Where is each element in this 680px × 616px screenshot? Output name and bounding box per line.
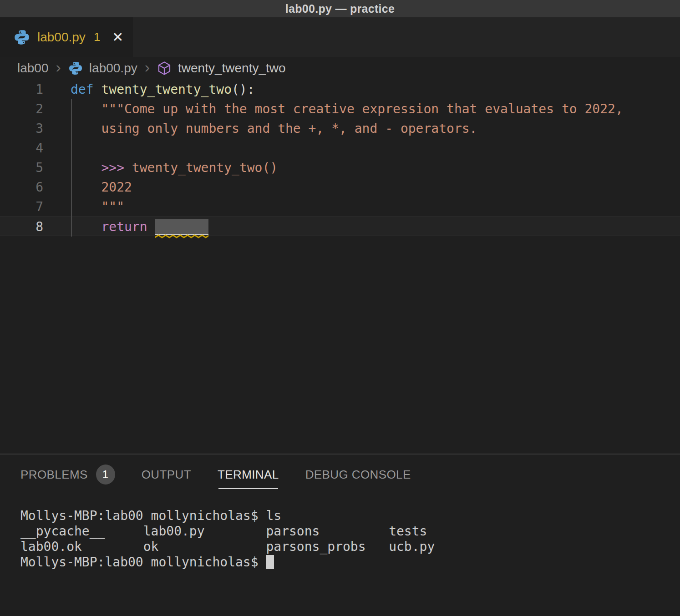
code-editor[interactable]: 1def twenty_twenty_two():2 """Come up wi… [0,80,680,454]
terminal-line: __pycache__ lab00.py parsons tests [20,524,680,539]
panel-tab-debug-console[interactable]: DEBUG CONSOLE [305,468,411,482]
code-token [71,160,101,175]
code-token: using only numbers and the +, *, and - o… [101,121,477,136]
panel-tab-label: DEBUG CONSOLE [305,468,411,482]
code-text [43,138,71,158]
code-token: return [101,219,147,234]
code-line-2[interactable]: 2 """Come up with the most creative expr… [0,99,680,119]
code-text: return [43,217,208,236]
panel-tab-label: TERMINAL [218,468,279,482]
code-line-8[interactable]: 8 return [0,217,680,236]
terminal-text: Mollys-MBP:lab00 mollynicholas$ [20,555,266,570]
code-token: """ [101,199,124,214]
line-number: 2 [0,99,43,119]
code-token [71,219,101,234]
active-tab-underline [218,488,278,489]
terminal-text: Mollys-MBP:lab00 mollynicholas$ ls [20,508,281,523]
selected-text-warning [155,219,208,235]
code-line-6[interactable]: 6 2022 [0,177,680,197]
indent-guide [71,99,72,237]
breadcrumb-file[interactable]: lab00.py [89,61,137,76]
tab-label: lab00.py [37,30,86,45]
code-line-5[interactable]: 5 >>> twenty_twenty_two() [0,158,680,177]
breadcrumb-folder[interactable]: lab00 [17,61,49,76]
code-line-7[interactable]: 7 """ [0,197,680,217]
code-token [71,199,101,214]
panel-tab-problems[interactable]: PROBLEMS 1 [20,465,115,485]
tab-problem-count: 1 [94,30,100,44]
breadcrumb-symbol[interactable]: twenty_twenty_two [178,61,286,76]
terminal-text: __pycache__ lab00.py parsons tests [20,524,427,539]
code-token [71,121,101,136]
tab-lab00py[interactable]: lab00.py 1 ✕ [0,17,133,57]
chevron-right-icon: › [144,59,151,77]
code-token: 2022 [101,180,132,195]
panel-tab-label: OUTPUT [142,468,191,482]
line-number: 1 [0,80,43,99]
code-text: 2022 [43,177,132,197]
terminal-line: lab00.ok ok parsons_probs ucb.py [20,539,680,555]
close-tab-icon[interactable]: ✕ [112,30,123,44]
chevron-right-icon: › [55,59,62,77]
bottom-panel: PROBLEMS 1 OUTPUT TERMINAL DEBUG CONSOLE… [0,454,680,616]
code-token: twenty_twenty_two() [124,160,278,175]
code-text: >>> twenty_twenty_two() [43,158,278,177]
terminal[interactable]: Mollys-MBP:lab00 mollynicholas$ ls__pyca… [0,495,680,570]
code-token: (): [232,82,255,97]
line-number: 6 [0,177,43,197]
line-number: 5 [0,158,43,177]
code-token [147,219,155,234]
vscode-window: lab00.py — practice lab00.py 1 ✕ lab00 › [0,0,680,616]
line-number: 3 [0,119,43,138]
code-text: """ [43,197,124,217]
panel-tab-output[interactable]: OUTPUT [142,468,191,482]
code-text: using only numbers and the +, *, and - o… [43,119,477,138]
symbol-method-icon [157,61,172,76]
terminal-line: Mollys-MBP:lab00 mollynicholas$ ls [20,508,680,524]
code-token: >>> [101,160,124,175]
python-icon [14,29,30,45]
terminal-line: Mollys-MBP:lab00 mollynicholas$ [20,555,680,570]
code-token [71,180,101,195]
line-number: 8 [0,217,43,236]
line-number: 7 [0,197,43,217]
terminal-text: lab00.ok ok parsons_probs ucb.py [20,539,435,554]
code-line-1[interactable]: 1def twenty_twenty_two(): [0,80,680,99]
tab-bar: lab00.py 1 ✕ [0,17,680,57]
panel-tab-label: PROBLEMS [20,468,88,482]
python-icon [68,61,83,76]
code-text: """Come up with the most creative expres… [43,99,623,119]
warning-squiggle-icon [155,234,208,238]
code-line-3[interactable]: 3 using only numbers and the +, *, and -… [0,119,680,138]
titlebar: lab00.py — practice [0,0,680,17]
problems-count-badge: 1 [96,465,115,485]
code-token: twenty_twenty_two [101,82,232,97]
window-title: lab00.py — practice [285,2,395,15]
code-line-4[interactable]: 4 [0,138,680,158]
terminal-cursor [266,555,274,569]
code-text: def twenty_twenty_two(): [43,80,255,99]
code-token: """Come up with the most creative expres… [101,101,623,116]
panel-tab-terminal[interactable]: TERMINAL [218,468,279,482]
code-token [71,101,101,116]
panel-tab-bar: PROBLEMS 1 OUTPUT TERMINAL DEBUG CONSOLE [0,454,680,495]
line-number: 4 [0,138,43,158]
code-token: def [71,82,101,97]
breadcrumb: lab00 › lab00.py › twenty_twenty_two [0,57,680,80]
